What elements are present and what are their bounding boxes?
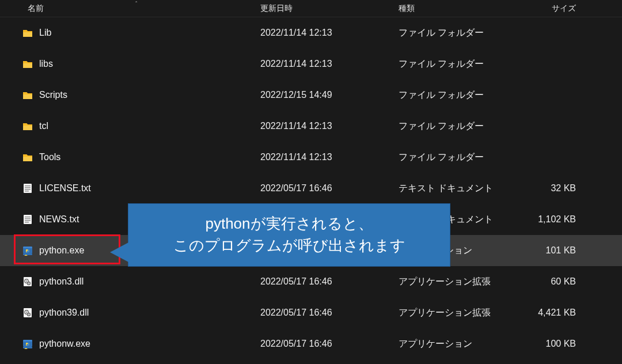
cell-size: 32 KB	[501, 183, 593, 194]
callout-line2: このプログラムが呼び出されます	[173, 237, 405, 254]
column-header-date[interactable]: 更新日時	[253, 3, 392, 14]
file-name-label: Scripts	[39, 90, 67, 100]
txt-icon	[22, 183, 33, 194]
cell-name: pythonw.exe	[0, 338, 253, 350]
folder-icon	[22, 89, 33, 101]
callout-line1: pythonが実行されると、	[205, 215, 373, 232]
cell-date: 2022/11/14 12:13	[253, 121, 392, 131]
cell-date: 2022/05/17 16:46	[253, 308, 392, 318]
cell-name: python3.dll	[0, 276, 253, 287]
cell-type: ファイル フォルダー	[392, 27, 501, 39]
folder-icon	[22, 120, 33, 132]
file-row[interactable]: tcl2022/11/14 12:13ファイル フォルダー	[0, 111, 622, 142]
cell-type: ファイル フォルダー	[392, 120, 501, 132]
file-row[interactable]: pythonw.exe2022/05/17 16:46アプリケーション100 K…	[0, 328, 622, 359]
file-name-label: LICENSE.txt	[39, 183, 91, 194]
cell-type: ファイル フォルダー	[392, 89, 501, 101]
pyexe-icon	[22, 245, 33, 256]
file-row[interactable]: Tools2022/11/14 12:13ファイル フォルダー	[0, 142, 622, 173]
file-row[interactable]: Scripts2022/12/15 14:49ファイル フォルダー	[0, 79, 622, 111]
file-list: Lib2022/11/14 12:13ファイル フォルダーlibs2022/11…	[0, 17, 622, 359]
file-name-label: pythonw.exe	[39, 339, 90, 349]
file-name-label: NEWS.txt	[39, 214, 79, 225]
cell-size: 60 KB	[501, 276, 593, 287]
sort-ascending-icon: ˆ	[135, 1, 137, 7]
annotation-callout: pythonが実行されると、 このプログラムが呼び出されます	[128, 203, 450, 267]
file-name-label: Tools	[39, 152, 60, 162]
cell-date: 2022/11/14 12:13	[253, 59, 392, 69]
cell-size: 4,421 KB	[501, 308, 593, 318]
cell-name: LICENSE.txt	[0, 183, 253, 194]
file-row[interactable]: python39.dll2022/05/17 16:46アプリケーション拡張4,…	[0, 297, 622, 328]
cell-name: Tools	[0, 151, 253, 163]
cell-type: ファイル フォルダー	[392, 58, 501, 70]
column-header-row: 名前 更新日時 種類 サイズ	[0, 0, 622, 17]
file-row[interactable]: python3.dll2022/05/17 16:46アプリケーション拡張60 …	[0, 266, 622, 297]
txt-icon	[22, 214, 33, 225]
file-row[interactable]: Lib2022/11/14 12:13ファイル フォルダー	[0, 17, 622, 48]
cell-type: テキスト ドキュメント	[392, 183, 501, 195]
cell-name: python39.dll	[0, 307, 253, 318]
cell-date: 2022/11/14 12:13	[253, 152, 392, 162]
file-name-label: python39.dll	[39, 308, 89, 318]
file-name-label: Lib	[39, 28, 51, 38]
folder-icon	[22, 27, 33, 39]
cell-type: アプリケーション拡張	[392, 307, 501, 319]
cell-type: ファイル フォルダー	[392, 151, 501, 164]
cell-date: 2022/05/17 16:46	[253, 183, 392, 194]
file-row[interactable]: LICENSE.txt2022/05/17 16:46テキスト ドキュメント32…	[0, 173, 622, 204]
file-explorer-panel: ˆ 名前 更新日時 種類 サイズ Lib2022/11/14 12:13ファイル…	[0, 0, 622, 359]
column-header-type[interactable]: 種類	[392, 3, 501, 14]
file-name-label: tcl	[39, 121, 48, 131]
cell-size: 1,102 KB	[501, 214, 593, 225]
cell-size: 101 KB	[501, 245, 593, 256]
cell-size: 100 KB	[501, 339, 593, 349]
column-header-size[interactable]: サイズ	[501, 3, 593, 14]
column-header-name[interactable]: 名前	[0, 3, 253, 14]
cell-name: Scripts	[0, 89, 253, 101]
dll-icon	[22, 276, 33, 287]
cell-date: 2022/11/14 12:13	[253, 28, 392, 38]
cell-date: 2022/05/17 16:46	[253, 339, 392, 349]
dll-icon	[22, 307, 33, 318]
file-name-label: python.exe	[39, 245, 84, 256]
pyexe-icon	[22, 338, 33, 350]
cell-date: 2022/12/15 14:49	[253, 90, 392, 100]
folder-icon	[22, 58, 33, 70]
cell-date: 2022/05/17 16:46	[253, 276, 392, 287]
file-name-label: libs	[39, 59, 53, 69]
file-row[interactable]: libs2022/11/14 12:13ファイル フォルダー	[0, 48, 622, 79]
cell-type: アプリケーション	[392, 338, 501, 350]
cell-name: tcl	[0, 120, 253, 132]
cell-type: アプリケーション拡張	[392, 276, 501, 288]
cell-name: Lib	[0, 27, 253, 39]
cell-name: libs	[0, 58, 253, 70]
folder-icon	[22, 151, 33, 163]
file-name-label: python3.dll	[39, 276, 84, 287]
